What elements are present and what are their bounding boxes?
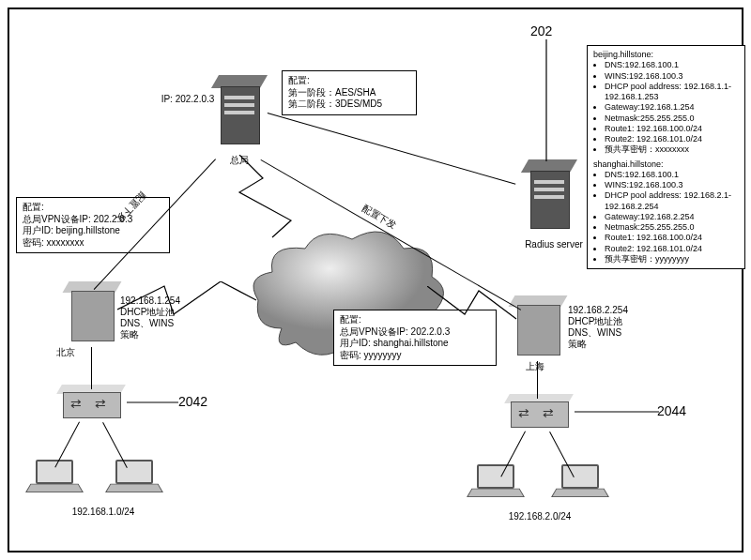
hq-ip: IP: 202.2.0.3 — [160, 94, 216, 105]
beijing-config-box: 配置: 总局VPN设备IP: 202.2.0.3 用户ID: beijing.h… — [16, 197, 170, 253]
bj-psk: 预共享密钥：xxxxxxxx — [605, 144, 739, 155]
ref-2042: 2042 — [178, 394, 207, 409]
link-bj-fw-sw — [91, 347, 92, 389]
sh-wins: WINS:192.168.100.3 — [605, 180, 739, 190]
beijing-switch-icon: ⇄⇄ — [59, 385, 125, 420]
hq-cfg-title: 配置: — [288, 75, 410, 87]
shanghai-laptop-1-icon — [469, 464, 520, 498]
radius-sh-header: shanghai.hillstone: — [593, 159, 739, 170]
beijing-laptop-2-icon — [108, 460, 159, 493]
bj-pool: DHCP pool address: 192.168.1.1-192.168.1… — [605, 82, 739, 103]
sh-dns: DNS:192.168.100.1 — [605, 170, 739, 180]
hq-cfg-phase1: 第一阶段：AES/SHA — [288, 87, 410, 99]
ref-2044: 2044 — [657, 403, 686, 418]
sh-info-ip: 192.168.2.254 — [568, 305, 652, 316]
sh-cfg-user: 用户ID: shanghai.hillstone — [340, 338, 490, 350]
sh-psk: 预共享密钥：yyyyyyyy — [605, 254, 739, 265]
bj-mask: Netmask:255.255.255.0 — [605, 114, 739, 124]
sh-info-policy: 策略 — [568, 339, 652, 350]
bj-dns: DNS:192.168.100.1 — [605, 60, 739, 70]
sh-cfg-pass: 密码: yyyyyyyy — [340, 350, 490, 362]
beijing-firewall-icon — [66, 281, 120, 345]
bj-cfg-pass: 密码: xxxxxxxx — [23, 237, 163, 250]
link-sh-fw-sw — [537, 361, 538, 399]
sh-info-dns: DNS、WINS — [568, 327, 652, 339]
beijing-name: 北京 — [47, 347, 84, 358]
bj-r2: Route2: 192.168.101.0/24 — [605, 134, 739, 144]
sh-r2: Route2: 192.168.101.0/24 — [605, 244, 739, 254]
hq-server-icon — [211, 75, 268, 150]
link-hq-cloud — [235, 155, 310, 239]
bj-wins: WINS:192.168.100.3 — [605, 71, 739, 82]
hq-config-box: 配置: 第一阶段：AES/SHA 第二阶段：3DES/MD5 — [282, 70, 417, 115]
hq-cfg-phase2: 第二阶段：3DES/MD5 — [288, 98, 410, 111]
sh-r1: Route1: 192.168.100.0/24 — [605, 233, 739, 243]
bj-gw: Gateway:192.168.1.254 — [605, 102, 739, 113]
ref-202: 202 — [530, 23, 552, 38]
shanghai-switch-icon: ⇄⇄ — [507, 394, 573, 430]
sh-gw: Gateway:192.168.2.254 — [605, 212, 739, 222]
shanghai-name: 上海 — [516, 361, 554, 372]
shanghai-laptop-2-icon — [554, 464, 605, 498]
link-bj-cloud — [117, 281, 258, 338]
sh-pool: DHCP pool address: 192.168.2.1-192.168.2… — [605, 190, 739, 212]
shanghai-subnet: 192.168.2.0/24 — [493, 511, 587, 522]
beijing-laptop-1-icon — [28, 460, 79, 493]
sh-info-pool: DHCP地址池 — [568, 316, 652, 327]
radius-server-icon — [521, 159, 577, 235]
bj-cfg-vpnip: 总局VPN设备IP: 202.2.0.3 — [23, 214, 163, 226]
link-sh-cloud — [427, 286, 521, 333]
radius-attr-box: beijing.hillstone: DNS:192.168.100.1 WIN… — [587, 45, 745, 269]
shanghai-info: 192.168.2.254 DHCP地址池 DNS、WINS 策略 — [568, 305, 652, 350]
radius-bj-header: beijing.hillstone: — [593, 50, 739, 60]
beijing-subnet: 192.168.1.0/24 — [56, 507, 150, 518]
sh-mask: Netmask:255.255.255.0 — [605, 222, 739, 233]
bj-r1: Route1: 192.168.100.0/24 — [605, 124, 739, 134]
bj-cfg-user: 用户ID: beijing.hillstone — [23, 225, 163, 237]
